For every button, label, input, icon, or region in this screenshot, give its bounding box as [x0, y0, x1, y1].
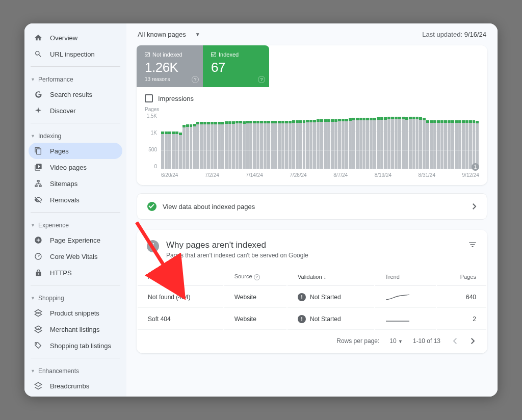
- help-icon[interactable]: ?: [192, 76, 199, 83]
- nav-label: Overview: [50, 34, 77, 42]
- gauge-icon: [34, 252, 43, 261]
- help-icon[interactable]: ?: [258, 76, 265, 83]
- nav-sitelinks-searchbox[interactable]: Sitelinks searchbox: [29, 394, 122, 397]
- table-pagination: Rows per page: 10 ▼ 1-10 of 13: [137, 331, 487, 348]
- col-pages[interactable]: Pages: [437, 268, 486, 286]
- col-source[interactable]: Source ?: [224, 268, 286, 286]
- indexing-card: Not indexed 1.26K 13 reasons ? Indexed 6…: [137, 45, 487, 185]
- sparkle-icon: [34, 106, 43, 115]
- layers-icon: [34, 381, 43, 390]
- chevron-down-icon: ▼: [31, 134, 35, 139]
- divider: [31, 66, 120, 67]
- section-performance[interactable]: ▼Performance: [29, 71, 122, 86]
- checkbox-icon: [145, 94, 153, 102]
- section-subtitle: Pages that aren't indexed can't be serve…: [166, 252, 308, 259]
- exclamation-icon: !: [298, 293, 306, 301]
- section-shopping[interactable]: ▼Shopping: [29, 290, 122, 305]
- sidebar: Overview URL inspection ▼Performance Sea…: [24, 23, 126, 397]
- nav-core-web-vitals[interactable]: Core Web Vitals: [29, 248, 122, 265]
- section-indexing[interactable]: ▼Indexing: [29, 127, 122, 143]
- chevron-down-icon: ▼: [31, 77, 35, 82]
- plus-circle-icon: [34, 235, 43, 245]
- visibility-off-icon: [34, 195, 43, 204]
- rows-per-page-select[interactable]: 10 ▼: [389, 337, 403, 345]
- google-icon: [34, 90, 43, 99]
- nav-product-snippets[interactable]: Product snippets: [29, 305, 122, 321]
- chart-xaxis: 6/20/24 7/2/24 7/14/24 7/26/24 8/7/24 8/…: [161, 172, 479, 178]
- search-icon: [34, 49, 43, 59]
- nav-removals[interactable]: Removals: [29, 192, 122, 208]
- nav-sitemaps[interactable]: Sitemaps: [29, 175, 122, 192]
- chevron-right-icon: [473, 203, 477, 209]
- nav-shopping-tab[interactable]: Shopping tab listings: [29, 337, 122, 354]
- divider: [31, 212, 120, 213]
- video-icon: [34, 163, 43, 172]
- stats-row: Not indexed 1.26K 13 reasons ? Indexed 6…: [137, 45, 487, 87]
- topbar: All known pages ▼ Last updated: 9/16/24: [126, 23, 498, 45]
- col-validation[interactable]: Validation ↓: [288, 268, 374, 286]
- divider: [31, 285, 120, 285]
- next-page-button[interactable]: [469, 336, 477, 346]
- help-icon[interactable]: ?: [254, 274, 260, 280]
- checkbox-checked-icon: [145, 52, 150, 57]
- tag-icon: [34, 341, 43, 350]
- lock-icon: [34, 268, 43, 277]
- nav-url-inspection[interactable]: URL inspection: [29, 46, 122, 62]
- last-updated: Last updated: 9/16/24: [422, 31, 486, 38]
- page-range: 1-10 of 13: [413, 337, 440, 345]
- stat-indexed[interactable]: Indexed 67 ?: [203, 45, 269, 87]
- main-content: All known pages ▼ Last updated: 9/16/24 …: [126, 23, 498, 397]
- section-experience[interactable]: ▼Experience: [29, 217, 122, 232]
- section-enhancements[interactable]: ▼Enhancements: [29, 362, 122, 378]
- impressions-toggle[interactable]: Impressions: [137, 87, 487, 107]
- chart-yaxis: 1.5K 1K 500 0: [145, 113, 157, 169]
- checkbox-checked-icon: [211, 52, 216, 57]
- chevron-down-icon: ▼: [195, 32, 200, 37]
- divider: [31, 358, 120, 358]
- table-row[interactable]: Soft 404Website!Not Started2: [138, 309, 486, 330]
- svg-point-1: [36, 344, 37, 344]
- chevron-down-icon: ▼: [31, 223, 35, 228]
- arrow-down-icon: ↓: [324, 274, 327, 280]
- prev-page-button[interactable]: [451, 336, 459, 346]
- sitemap-icon: [34, 179, 43, 188]
- nav-label: URL inspection: [50, 50, 95, 58]
- why-not-indexed-card: i Why pages aren't indexed Pages that ar…: [137, 230, 487, 353]
- stat-not-indexed[interactable]: Not indexed 1.26K 13 reasons ?: [137, 45, 203, 87]
- view-indexed-pages-link[interactable]: View data about indexed pages: [137, 193, 487, 220]
- page-filter-dropdown[interactable]: All known pages ▼: [138, 31, 200, 38]
- exclamation-icon: !: [298, 315, 306, 323]
- nav-discover[interactable]: Discover: [29, 102, 122, 119]
- col-reason[interactable]: Reason: [138, 268, 223, 286]
- divider: [31, 123, 120, 123]
- table-row[interactable]: Not found (404)Website!Not Started640: [138, 287, 486, 308]
- check-circle-icon: [147, 202, 156, 211]
- chevron-down-icon: ▼: [398, 339, 403, 344]
- pages-icon: [34, 146, 43, 155]
- chevron-down-icon: ▼: [31, 369, 35, 374]
- chart-end-badge[interactable]: 1: [472, 163, 479, 171]
- home-icon: [34, 33, 43, 42]
- col-trend[interactable]: Trend: [375, 268, 436, 286]
- nav-merchant-listings[interactable]: Merchant listings: [29, 321, 122, 337]
- nav-video-pages[interactable]: Video pages: [29, 159, 122, 175]
- chevron-down-icon: ▼: [31, 296, 35, 301]
- section-title: Why pages aren't indexed: [166, 240, 308, 250]
- reasons-table: Reason Source ? Validation ↓ Trend Pages…: [137, 267, 487, 331]
- nav-https[interactable]: HTTPS: [29, 265, 122, 281]
- filter-icon[interactable]: [468, 240, 477, 249]
- nav-overview[interactable]: Overview: [29, 30, 122, 46]
- nav-pages[interactable]: Pages: [29, 143, 122, 159]
- nav-page-experience[interactable]: Page Experience: [29, 232, 122, 248]
- layers-icon: [34, 325, 43, 334]
- layers-icon: [34, 308, 43, 318]
- pages-chart: Pages 1.5K 1K 500 0 6/20/24 7/2/24 7/14/…: [137, 107, 487, 185]
- nav-search-results[interactable]: Search results: [29, 86, 122, 102]
- info-icon: i: [147, 240, 159, 252]
- nav-breadcrumbs[interactable]: Breadcrumbs: [29, 378, 122, 394]
- chart-bars: [161, 113, 479, 169]
